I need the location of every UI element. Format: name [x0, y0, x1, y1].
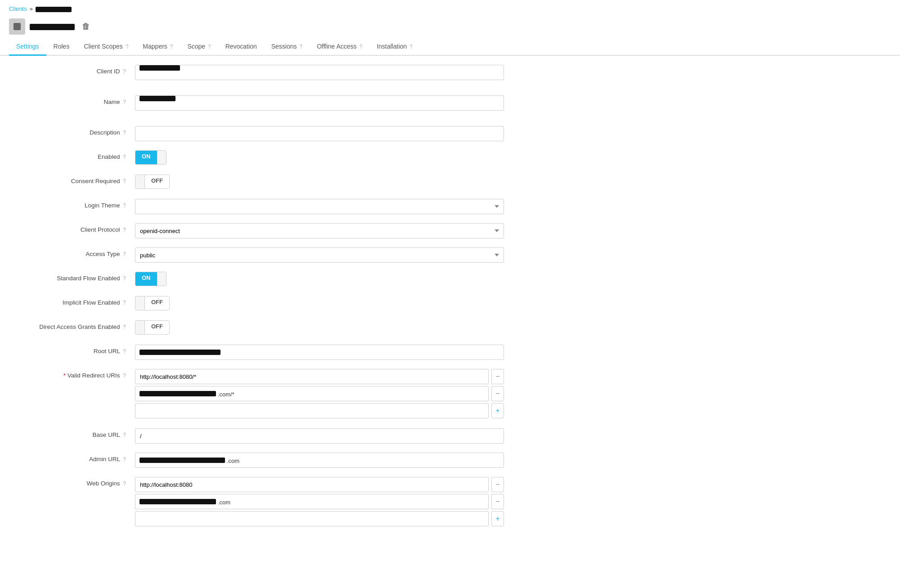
- admin-url-input[interactable]: [135, 453, 504, 468]
- toggle-off-label[interactable]: [157, 151, 166, 164]
- help-icon: ?: [123, 348, 126, 355]
- client-name: [30, 21, 75, 32]
- implicit-flow-toggle[interactable]: OFF: [135, 296, 170, 310]
- help-icon: ?: [123, 432, 126, 438]
- help-icon: ?: [170, 44, 173, 50]
- toggle-on-side[interactable]: [135, 321, 144, 334]
- tab-offline-access[interactable]: Offline Access ?: [310, 38, 369, 56]
- toggle-off-label[interactable]: OFF: [144, 175, 169, 189]
- help-icon: ?: [123, 324, 126, 330]
- root-url-control: [135, 345, 504, 360]
- login-theme-select[interactable]: keycloak: [135, 199, 504, 214]
- help-icon: ?: [359, 44, 362, 50]
- client-header: 🗑: [0, 16, 900, 35]
- toggle-on-label[interactable]: ON: [135, 272, 157, 286]
- tab-settings[interactable]: Settings: [9, 38, 46, 56]
- name-label: Name ?: [18, 95, 135, 105]
- toggle-on-label[interactable]: on: [135, 151, 157, 164]
- help-icon: ?: [123, 275, 126, 282]
- login-theme-label: Login Theme ?: [18, 199, 135, 209]
- uri-input-0[interactable]: [135, 369, 489, 384]
- web-origin-input-2[interactable]: [135, 511, 489, 526]
- web-origin-input-1[interactable]: [135, 494, 489, 509]
- tab-revocation[interactable]: Revocation: [218, 38, 264, 56]
- valid-redirect-uris-control: − .com/* − +: [135, 369, 504, 420]
- uri-row-2: +: [135, 403, 504, 418]
- help-icon: ?: [123, 68, 126, 75]
- help-icon: ?: [123, 251, 126, 257]
- direct-access-label: Direct Access Grants Enabled ?: [18, 320, 135, 330]
- tab-scope[interactable]: Scope ?: [180, 38, 218, 56]
- remove-origin-button-0[interactable]: −: [491, 477, 504, 492]
- toggle-on-side[interactable]: [135, 175, 144, 189]
- toggle-on-side[interactable]: [135, 296, 144, 310]
- web-origins-control: − .com − +: [135, 477, 504, 528]
- tabs-container: Settings Roles Client Scopes ? Mappers ?…: [0, 38, 900, 56]
- direct-access-row: Direct Access Grants Enabled ? OFF: [18, 320, 522, 337]
- tab-roles[interactable]: Roles: [46, 38, 77, 56]
- toggle-off-label[interactable]: [157, 272, 166, 286]
- standard-flow-control: ON: [135, 272, 504, 286]
- consent-required-toggle[interactable]: OFF: [135, 175, 170, 189]
- enabled-label: Enabled ?: [18, 150, 135, 160]
- breadcrumb-separator: »: [30, 5, 33, 12]
- tab-sessions[interactable]: Sessions ?: [264, 38, 310, 56]
- access-type-row: Access Type ? public confidential bearer…: [18, 247, 522, 264]
- add-origin-button[interactable]: +: [491, 511, 504, 526]
- tab-installation[interactable]: Installation ?: [369, 38, 420, 56]
- uri-row-1: .com/* −: [135, 386, 504, 401]
- login-theme-control: keycloak: [135, 199, 504, 214]
- help-icon: ?: [123, 373, 126, 379]
- client-icon: [9, 18, 25, 35]
- standard-flow-toggle[interactable]: ON: [135, 272, 166, 286]
- tab-mappers[interactable]: Mappers ?: [135, 38, 180, 56]
- client-id-label: Client ID ?: [18, 65, 135, 75]
- help-icon: ?: [123, 99, 126, 105]
- consent-required-control: OFF: [135, 175, 504, 190]
- settings-form: Client ID ? Name ? Description ?: [0, 56, 540, 545]
- enabled-control: on: [135, 150, 504, 165]
- help-icon: ?: [208, 44, 211, 50]
- description-input[interactable]: [135, 126, 504, 141]
- toggle-off-label[interactable]: OFF: [144, 321, 169, 334]
- remove-origin-button-1[interactable]: −: [491, 494, 504, 509]
- admin-url-row: Admin URL ? .com: [18, 453, 522, 469]
- remove-uri-button-0[interactable]: −: [491, 369, 504, 384]
- root-url-input[interactable]: [135, 345, 504, 360]
- web-origin-row-0: −: [135, 477, 504, 492]
- web-origin-row-1: .com −: [135, 494, 504, 509]
- help-icon: ?: [123, 130, 126, 136]
- valid-redirect-uris-label: * Valid Redirect URIs ?: [18, 369, 135, 379]
- toggle-off-label[interactable]: OFF: [144, 296, 169, 310]
- delete-icon[interactable]: 🗑: [82, 22, 90, 31]
- client-id-row: Client ID ?: [18, 65, 522, 87]
- client-protocol-select[interactable]: openid-connect saml: [135, 223, 504, 238]
- name-input[interactable]: [135, 95, 504, 111]
- add-uri-button[interactable]: +: [491, 403, 504, 418]
- uri-input-1[interactable]: [135, 386, 489, 401]
- web-origin-input-0[interactable]: [135, 477, 489, 492]
- direct-access-toggle[interactable]: OFF: [135, 320, 170, 335]
- uri-input-2[interactable]: [135, 403, 489, 418]
- standard-flow-label: Standard Flow Enabled ?: [18, 272, 135, 282]
- web-origin-row-2: +: [135, 511, 504, 526]
- consent-required-row: Consent Required ? OFF: [18, 175, 522, 191]
- enabled-toggle[interactable]: on: [135, 150, 166, 165]
- base-url-input[interactable]: /: [135, 428, 504, 444]
- name-row: Name ?: [18, 95, 522, 118]
- help-icon: ?: [123, 300, 126, 306]
- remove-uri-button-1[interactable]: −: [491, 386, 504, 401]
- client-protocol-row: Client Protocol ? openid-connect saml: [18, 223, 522, 239]
- client-id-input[interactable]: [135, 65, 504, 80]
- admin-url-label: Admin URL ?: [18, 453, 135, 462]
- access-type-select[interactable]: public confidential bearer-only: [135, 247, 504, 263]
- help-icon: ?: [123, 456, 126, 462]
- breadcrumb-clients-link[interactable]: Clients: [9, 5, 27, 12]
- base-url-label: Base URL ?: [18, 428, 135, 438]
- client-protocol-control: openid-connect saml: [135, 223, 504, 238]
- tab-client-scopes[interactable]: Client Scopes ?: [76, 38, 135, 56]
- admin-url-control: .com: [135, 453, 504, 468]
- help-icon: ?: [123, 227, 126, 233]
- consent-required-label: Consent Required ?: [18, 175, 135, 184]
- help-icon: ?: [299, 44, 302, 50]
